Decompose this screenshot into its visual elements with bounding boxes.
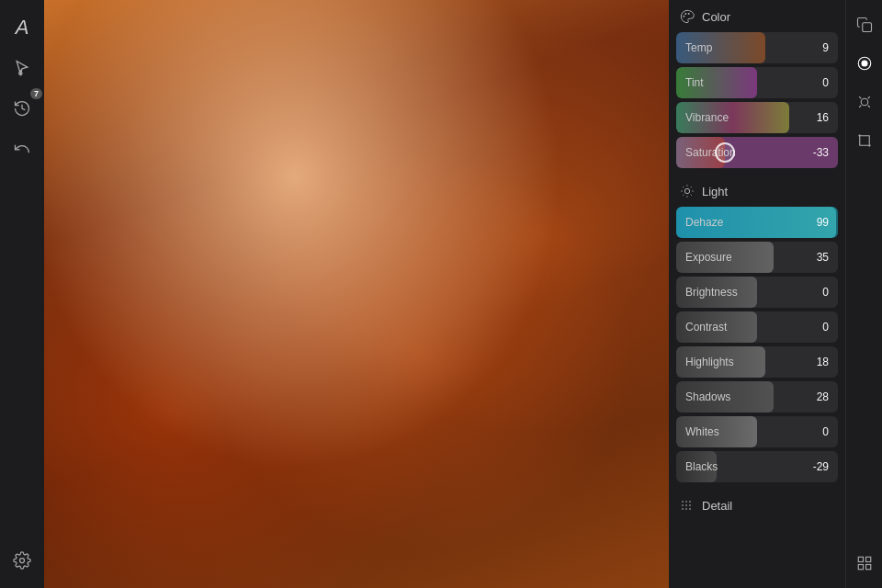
detail-label: Detail — [702, 499, 732, 513]
undo-tool[interactable] — [6, 132, 39, 165]
light-label: Light — [702, 185, 728, 198]
vibrance-slider[interactable]: Vibrance 16 — [676, 102, 838, 133]
svg-point-3 — [688, 13, 690, 15]
history-tool[interactable]: 7 — [6, 92, 39, 125]
svg-rect-9 — [858, 557, 863, 561]
dehaze-value: 99 — [817, 216, 829, 229]
vibrance-value: 16 — [817, 111, 829, 124]
grid-icon[interactable] — [851, 549, 878, 577]
right-panel: Color Temp 9 Tint 0 Vibrance 16 Saturati… — [669, 0, 845, 588]
vibrance-label: Vibrance — [685, 111, 729, 124]
exposure-label: Exposure — [685, 251, 732, 264]
light-icon — [680, 184, 695, 198]
color-icon — [680, 9, 695, 24]
shadows-label: Shadows — [685, 390, 730, 403]
brush-tool[interactable] — [6, 51, 39, 85]
highlights-value: 18 — [817, 356, 829, 368]
color-sliders: Temp 9 Tint 0 Vibrance 16 Saturation -33 — [669, 29, 845, 175]
svg-point-0 — [20, 559, 25, 563]
dehaze-label: Dehaze — [685, 216, 723, 229]
right-icons-panel — [845, 0, 882, 588]
svg-rect-5 — [862, 23, 871, 32]
exposure-slider[interactable]: Exposure 35 — [676, 242, 838, 273]
highlights-slider[interactable]: Highlights 18 — [676, 346, 838, 378]
shadows-slider[interactable]: Shadows 28 — [676, 381, 838, 413]
whites-value: 0 — [822, 425, 829, 438]
crop-icon[interactable] — [851, 127, 878, 154]
svg-rect-11 — [858, 565, 863, 570]
light-sliders: Dehaze 99 Exposure 35 Brightness 0 Contr… — [669, 204, 845, 489]
filter-active-icon[interactable] — [851, 50, 878, 77]
contrast-slider[interactable]: Contrast 0 — [676, 311, 838, 343]
color-label: Color — [702, 10, 730, 24]
temp-value: 9 — [822, 41, 829, 54]
saturation-cursor — [715, 142, 735, 163]
svg-point-2 — [684, 13, 686, 15]
tint-label: Tint — [685, 76, 704, 89]
light-section-header: Light — [669, 175, 845, 204]
tint-slider[interactable]: Tint 0 — [676, 67, 838, 98]
shadows-value: 28 — [817, 390, 829, 403]
svg-point-8 — [861, 98, 868, 106]
color-section-header: Color — [669, 0, 845, 29]
left-toolbar: A 7 — [0, 0, 44, 588]
brightness-value: 0 — [822, 286, 829, 299]
detail-icon — [680, 498, 695, 513]
svg-point-4 — [684, 188, 689, 193]
text-tool[interactable]: A — [6, 11, 39, 44]
detail-section-header[interactable]: Detail — [669, 489, 845, 518]
temp-slider[interactable]: Temp 9 — [676, 32, 838, 63]
main-image — [44, 0, 669, 588]
svg-rect-10 — [865, 557, 870, 561]
settings-tool[interactable] — [6, 544, 39, 577]
history-badge: 7 — [30, 88, 42, 99]
photo-canvas[interactable] — [44, 0, 669, 588]
svg-point-7 — [862, 61, 867, 66]
contrast-label: Contrast — [685, 321, 727, 334]
saturation-slider[interactable]: Saturation -33 — [676, 137, 838, 168]
brush-right-icon[interactable] — [851, 88, 878, 116]
highlights-label: Highlights — [685, 356, 734, 368]
svg-rect-12 — [865, 565, 870, 570]
svg-point-1 — [683, 16, 684, 17]
tint-value: 0 — [822, 76, 829, 89]
copy-icon[interactable] — [851, 11, 878, 39]
blacks-value: -29 — [813, 460, 829, 473]
brightness-slider[interactable]: Brightness 0 — [676, 277, 838, 308]
blacks-label: Blacks — [685, 460, 718, 473]
saturation-value: -33 — [813, 146, 829, 159]
whites-slider[interactable]: Whites 0 — [676, 416, 838, 447]
whites-label: Whites — [685, 425, 719, 438]
contrast-value: 0 — [822, 321, 829, 334]
exposure-value: 35 — [817, 251, 829, 264]
brightness-label: Brightness — [685, 286, 738, 299]
dehaze-slider[interactable]: Dehaze 99 — [676, 207, 838, 238]
blacks-slider[interactable]: Blacks -29 — [676, 451, 838, 482]
temp-label: Temp — [685, 41, 712, 54]
